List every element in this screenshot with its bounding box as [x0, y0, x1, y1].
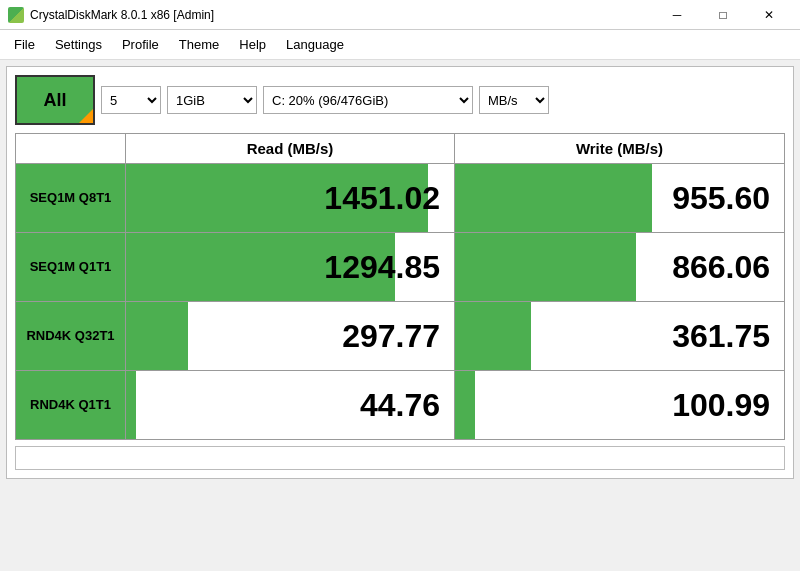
row-write-3: 100.99: [455, 371, 784, 439]
row-write-1: 866.06: [455, 233, 784, 301]
write-bar-1: [455, 233, 636, 301]
table-row: SEQ1M Q8T1 1451.02 955.60: [16, 164, 784, 233]
menu-settings[interactable]: Settings: [45, 33, 112, 56]
menu-bar: File Settings Profile Theme Help Languag…: [0, 30, 800, 60]
grid-header-empty: [16, 134, 126, 163]
read-value-2: 297.77: [342, 318, 440, 355]
write-bar-3: [455, 371, 475, 439]
close-button[interactable]: ✕: [746, 0, 792, 30]
grid-rows-container: SEQ1M Q8T1 1451.02 955.60 SEQ1M Q1T1 129…: [16, 164, 784, 439]
table-row: SEQ1M Q1T1 1294.85 866.06: [16, 233, 784, 302]
read-value-1: 1294.85: [324, 249, 440, 286]
read-value-0: 1451.02: [324, 180, 440, 217]
write-value-0: 955.60: [672, 180, 770, 217]
read-bar-3: [126, 371, 136, 439]
title-bar: CrystalDiskMark 8.0.1 x86 [Admin] ─ □ ✕: [0, 0, 800, 30]
app-icon: [8, 7, 24, 23]
read-bar-2: [126, 302, 188, 370]
write-value-2: 361.75: [672, 318, 770, 355]
row-read-2: 297.77: [126, 302, 455, 370]
maximize-button[interactable]: □: [700, 0, 746, 30]
row-read-3: 44.76: [126, 371, 455, 439]
minimize-button[interactable]: ─: [654, 0, 700, 30]
grid-header-read: Read (MB/s): [126, 134, 455, 163]
unit-select[interactable]: MB/sGB/sIOPSμs: [479, 86, 549, 114]
progress-bar: [15, 446, 785, 470]
loops-select[interactable]: 1359: [101, 86, 161, 114]
drive-select[interactable]: C: 20% (96/476GiB): [263, 86, 473, 114]
write-bar-2: [455, 302, 531, 370]
write-value-3: 100.99: [672, 387, 770, 424]
menu-profile[interactable]: Profile: [112, 33, 169, 56]
grid-header-write: Write (MB/s): [455, 134, 784, 163]
menu-theme[interactable]: Theme: [169, 33, 229, 56]
menu-file[interactable]: File: [4, 33, 45, 56]
menu-help[interactable]: Help: [229, 33, 276, 56]
row-label-2: RND4K Q32T1: [16, 302, 126, 370]
row-write-0: 955.60: [455, 164, 784, 232]
size-select[interactable]: 16MiB64MiB256MiB1GiB4GiB16GiB32GiB64GiB: [167, 86, 257, 114]
row-label-3: RND4K Q1T1: [16, 371, 126, 439]
read-value-3: 44.76: [360, 387, 440, 424]
row-read-0: 1451.02: [126, 164, 455, 232]
write-bar-0: [455, 164, 652, 232]
row-read-1: 1294.85: [126, 233, 455, 301]
main-content: All 1359 16MiB64MiB256MiB1GiB4GiB16GiB32…: [6, 66, 794, 479]
row-label-1: SEQ1M Q1T1: [16, 233, 126, 301]
grid-header: Read (MB/s) Write (MB/s): [16, 134, 784, 164]
write-value-1: 866.06: [672, 249, 770, 286]
row-write-2: 361.75: [455, 302, 784, 370]
table-row: RND4K Q32T1 297.77 361.75: [16, 302, 784, 371]
data-grid: Read (MB/s) Write (MB/s) SEQ1M Q8T1 1451…: [15, 133, 785, 440]
title-bar-controls: ─ □ ✕: [654, 0, 792, 30]
row-label-0: SEQ1M Q8T1: [16, 164, 126, 232]
table-row: RND4K Q1T1 44.76 100.99: [16, 371, 784, 439]
menu-language[interactable]: Language: [276, 33, 354, 56]
toolbar: All 1359 16MiB64MiB256MiB1GiB4GiB16GiB32…: [15, 75, 785, 125]
title-bar-text: CrystalDiskMark 8.0.1 x86 [Admin]: [30, 8, 654, 22]
all-button[interactable]: All: [15, 75, 95, 125]
